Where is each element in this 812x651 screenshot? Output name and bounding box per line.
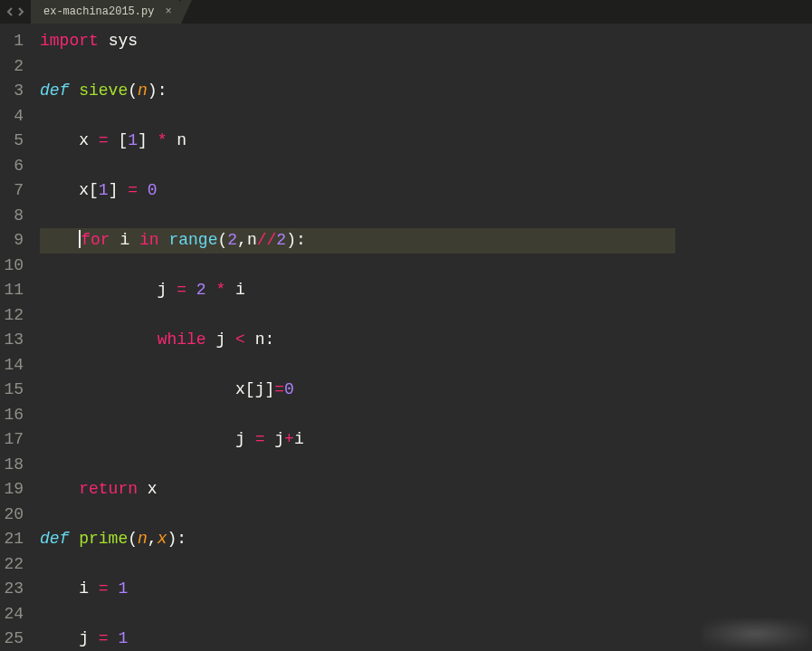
token: for (81, 231, 110, 249)
line-number: 3 (4, 79, 25, 104)
close-icon[interactable]: × (165, 5, 171, 18)
line-number: 7 (4, 178, 25, 204)
code-line[interactable]: return x (40, 477, 675, 503)
token: n: (245, 330, 274, 349)
code-line[interactable]: while j < n: (40, 328, 675, 353)
token: sys (109, 32, 138, 50)
code-line[interactable]: j = 2 * i (40, 278, 675, 303)
token: x[j] (40, 380, 274, 398)
editor-area: 1234567891011121314151617181920212223242… (0, 24, 812, 651)
token: 0 (148, 181, 158, 199)
line-number: 22 (4, 552, 25, 578)
token: ): (286, 231, 306, 249)
token: 1 (118, 579, 128, 598)
token: = (274, 380, 284, 398)
line-number: 21 (4, 527, 25, 552)
token: ): (148, 81, 167, 100)
token: // (257, 231, 277, 249)
line-number: 19 (4, 477, 25, 503)
line-number: 10 (4, 254, 25, 279)
token: = (128, 181, 138, 199)
token: 1 (128, 131, 138, 149)
line-number: 17 (4, 427, 25, 453)
code-line[interactable]: x[j]=0 (40, 378, 675, 403)
line-number: 25 (4, 627, 25, 651)
code-line[interactable]: j = j+i (40, 427, 675, 453)
watermark-smudge (702, 618, 810, 649)
token: ] (138, 131, 158, 149)
token: 2 (227, 231, 237, 249)
token: n (138, 530, 148, 548)
token: = (99, 629, 109, 647)
token: j (206, 330, 235, 349)
token: while (158, 330, 206, 349)
token: def (40, 81, 79, 100)
tab-nav-arrows (0, 7, 31, 16)
token (109, 579, 119, 598)
code-line[interactable]: x = [1] * n (40, 129, 675, 154)
code-pane[interactable]: import sys def sieve(n): x = [1] * n x[1… (34, 24, 675, 651)
token (40, 330, 158, 349)
token: j (40, 430, 255, 448)
token (186, 281, 196, 299)
token: + (284, 430, 294, 448)
line-number: 2 (4, 54, 25, 80)
token: [ (109, 131, 129, 149)
token (109, 629, 119, 647)
token: sieve (79, 81, 128, 100)
token: 2 (196, 281, 206, 299)
token (138, 181, 148, 199)
token (40, 480, 79, 498)
line-number: 12 (4, 303, 25, 329)
line-number: 4 (4, 104, 25, 129)
token (159, 231, 169, 249)
token: i (294, 430, 304, 448)
token: n (167, 131, 186, 149)
code-line[interactable]: import sys (40, 29, 675, 54)
token: def (40, 530, 79, 548)
token: j (264, 430, 284, 448)
token: n (138, 81, 148, 100)
line-number: 16 (4, 403, 25, 428)
token: j (40, 629, 99, 647)
code-line[interactable]: x[1] = 0 (40, 178, 675, 204)
code-line[interactable]: for i in range(2,n//2): (40, 228, 675, 254)
line-number: 18 (4, 453, 25, 478)
code-line[interactable]: i = 1 (40, 577, 675, 602)
token: ] (109, 181, 129, 199)
token: ( (128, 530, 138, 548)
line-number: 6 (4, 154, 25, 179)
token: j (40, 281, 177, 299)
token: * (158, 131, 167, 149)
line-number: 11 (4, 278, 25, 303)
token: ( (217, 231, 227, 249)
token: import (40, 32, 109, 50)
tab-file[interactable]: ex-machina2015.py × (31, 0, 181, 24)
token: = (99, 579, 109, 598)
token: , (148, 530, 158, 548)
line-number: 23 (4, 577, 25, 602)
token: 2 (276, 231, 286, 249)
token: i (225, 281, 245, 299)
token: < (235, 330, 245, 349)
token: 1 (118, 629, 128, 647)
tab-next-icon[interactable] (16, 7, 25, 16)
code-line[interactable]: j = 1 (40, 627, 675, 651)
token: = (255, 430, 265, 448)
code-line[interactable]: def prime(n,x): (40, 527, 675, 552)
line-number: 9 (4, 228, 25, 254)
token: range (168, 231, 217, 249)
line-number: 20 (4, 503, 25, 528)
code-line[interactable]: def sieve(n): (40, 79, 675, 104)
token: x[ (40, 181, 99, 199)
token: prime (79, 530, 128, 548)
token (206, 281, 216, 299)
tab-prev-icon[interactable] (5, 7, 14, 16)
line-number-gutter: 1234567891011121314151617181920212223242… (0, 24, 34, 651)
token: in (139, 231, 159, 249)
token: ( (128, 81, 138, 100)
tab-filename: ex-machina2015.py (43, 5, 154, 18)
token: = (99, 131, 109, 149)
line-number: 13 (4, 328, 25, 353)
token: 0 (284, 380, 294, 398)
